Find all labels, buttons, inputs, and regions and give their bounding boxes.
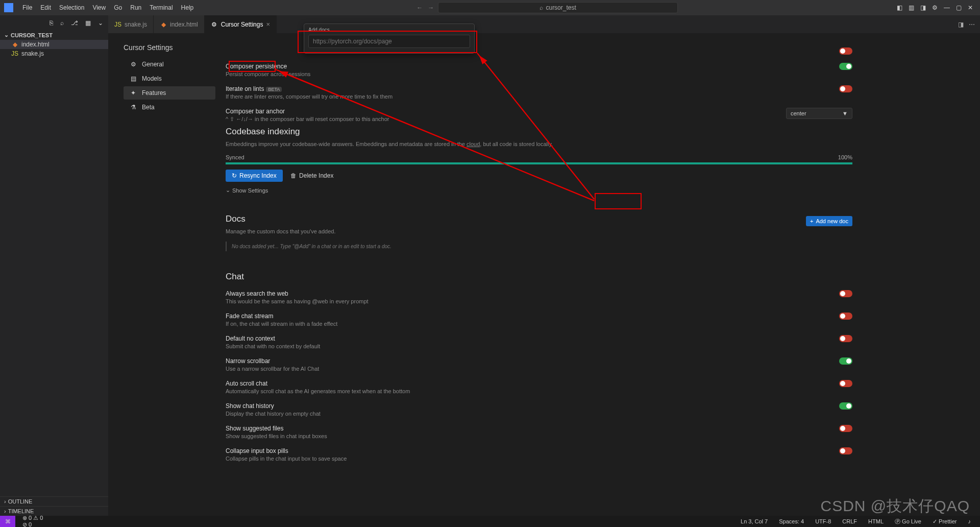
setting-label: Fade chat stream bbox=[226, 313, 337, 320]
nav-label: Models bbox=[142, 75, 162, 82]
setting-row: Iterate on lintsBETAIf there are linter … bbox=[226, 81, 852, 104]
setting-desc: Show suggested files in chat input boxes bbox=[226, 433, 327, 439]
setting-row: Collapse input box pillsCollapse pills i… bbox=[226, 443, 852, 466]
layout-panel-icon[interactable]: ▥ bbox=[909, 4, 914, 11]
status-item[interactable]: Ⓟ Go Live bbox=[893, 518, 923, 525]
close-icon[interactable]: × bbox=[266, 20, 270, 28]
setting-desc: If there are linter errors, composer wil… bbox=[226, 93, 393, 100]
layout-secondary-icon[interactable]: ◨ bbox=[920, 4, 926, 11]
status-item[interactable]: ✓ Prettier bbox=[930, 518, 959, 525]
branch-icon[interactable]: ⎇ bbox=[71, 19, 78, 27]
toggle[interactable] bbox=[839, 290, 852, 297]
menu-view[interactable]: View bbox=[88, 2, 110, 13]
status-item[interactable]: UTF-8 bbox=[813, 518, 833, 525]
setting-row: Default no contextSubmit chat with no co… bbox=[226, 331, 852, 353]
status-item[interactable]: Spaces: 4 bbox=[777, 518, 806, 525]
tab-label: snake.js bbox=[125, 21, 147, 28]
status-right: Ln 3, Col 7Spaces: 4UTF-8CRLFHTMLⓅ Go Li… bbox=[739, 518, 980, 525]
docs-hint: No docs added yet... Type "@Add" in a ch… bbox=[226, 242, 852, 251]
resync-button[interactable]: ↻ Resync Index bbox=[226, 170, 283, 182]
menu-edit[interactable]: Edit bbox=[36, 2, 55, 13]
menu-terminal[interactable]: Terminal bbox=[145, 2, 177, 13]
menu-help[interactable]: Help bbox=[177, 2, 198, 13]
toggle[interactable] bbox=[839, 357, 852, 365]
toggle[interactable] bbox=[839, 47, 852, 55]
file-icon: JS bbox=[114, 21, 121, 28]
show-settings-toggle[interactable]: ⌄Show Settings bbox=[226, 187, 852, 194]
chevron-down-icon[interactable]: ⌄ bbox=[98, 19, 103, 27]
dropdown[interactable]: center▼ bbox=[786, 108, 852, 119]
file-icon: JS bbox=[11, 50, 18, 57]
nav-features[interactable]: ✦Features bbox=[124, 86, 215, 100]
tab[interactable]: ◆index.html bbox=[154, 15, 205, 33]
split-icon[interactable]: ◨ bbox=[958, 21, 964, 28]
settings-title: Cursor Settings bbox=[124, 43, 215, 58]
add-doc-button[interactable]: + Add new doc bbox=[806, 216, 852, 226]
menu-run[interactable]: Run bbox=[126, 2, 145, 13]
menu-go[interactable]: Go bbox=[110, 2, 126, 13]
setting-desc: Submit chat with no context by default bbox=[226, 343, 320, 349]
close-icon[interactable]: ✕ bbox=[968, 4, 973, 11]
folder-header[interactable]: ⌄ CURSOR_TEST bbox=[0, 30, 108, 40]
section-subtitle: Embeddings improve your codebase-wide an… bbox=[226, 141, 852, 147]
tab[interactable]: JSsnake.js bbox=[108, 15, 154, 33]
outline-label: OUTLINE bbox=[8, 498, 33, 505]
toggle[interactable] bbox=[839, 402, 852, 410]
command-center[interactable]: ⌕ cursor_test bbox=[438, 2, 678, 13]
file-item[interactable]: JSsnake.js bbox=[0, 49, 108, 58]
toggle[interactable] bbox=[839, 63, 852, 70]
more-icon[interactable]: ⋯ bbox=[969, 21, 975, 28]
menu-selection[interactable]: Selection bbox=[55, 2, 88, 13]
setting-row: Always search the webThis would be the s… bbox=[226, 286, 852, 308]
status-item[interactable]: ⊘ 0 bbox=[20, 521, 45, 527]
setting-desc: ^ ⇧ ←/↓/→ in the composer bar will reset… bbox=[226, 116, 389, 123]
section-title: Chat bbox=[226, 272, 852, 282]
status-item[interactable]: HTML bbox=[866, 518, 886, 525]
status-left: ⌘ ⊗ 0 ⚠ 0⊘ 0 bbox=[0, 515, 45, 527]
folder-name: CURSOR_TEST bbox=[11, 32, 53, 38]
nav-back-icon[interactable]: ← bbox=[416, 4, 423, 11]
layout-primary-icon[interactable]: ◧ bbox=[897, 4, 902, 11]
delete-index-button[interactable]: 🗑 Delete Index bbox=[284, 170, 339, 182]
setting-label: Composer persistence bbox=[226, 63, 310, 70]
setting-label: Auto scroll chat bbox=[226, 380, 410, 387]
status-item[interactable]: CRLF bbox=[840, 518, 859, 525]
status-item[interactable]: ⊗ 0 ⚠ 0 bbox=[20, 515, 45, 521]
toggle[interactable] bbox=[839, 380, 852, 387]
maximize-icon[interactable]: ▢ bbox=[956, 4, 962, 11]
section-title: Docs bbox=[226, 214, 246, 224]
explorer-icon[interactable]: ⎘ bbox=[50, 19, 53, 27]
toggle[interactable] bbox=[839, 425, 852, 432]
search-sidebar-icon[interactable]: ⌕ bbox=[60, 19, 64, 27]
explorer-toolbar: ⎘ ⌕ ⎇ ▦ ⌄ bbox=[0, 15, 108, 30]
status-item[interactable]: ♪ bbox=[966, 518, 973, 525]
toggle[interactable] bbox=[839, 313, 852, 320]
toggle[interactable] bbox=[839, 447, 852, 454]
docs-url-input[interactable] bbox=[308, 35, 470, 48]
tab[interactable]: ⚙Cursor Settings× bbox=[205, 15, 277, 33]
file-item[interactable]: ◆index.html bbox=[0, 40, 108, 49]
setting-desc: Collapse pills in the chat input box to … bbox=[226, 456, 347, 462]
toggle[interactable] bbox=[839, 335, 852, 342]
minimize-icon[interactable]: — bbox=[944, 4, 950, 11]
status-item[interactable]: Ln 3, Col 7 bbox=[739, 518, 770, 525]
file-name: snake.js bbox=[21, 50, 44, 57]
setting-desc: Use a narrow scrollbar for the AI Chat bbox=[226, 366, 319, 372]
file-icon: ◆ bbox=[160, 21, 167, 28]
toggle[interactable] bbox=[839, 85, 852, 92]
ext-icon[interactable]: ▦ bbox=[85, 19, 91, 27]
nav-general[interactable]: ⚙General bbox=[124, 58, 215, 71]
settings-icon[interactable]: ⚙ bbox=[932, 4, 938, 11]
nav-models[interactable]: ▤Models bbox=[124, 72, 215, 85]
add-docs-popup: Add docs bbox=[304, 23, 475, 54]
outline-section[interactable]: ›OUTLINE bbox=[0, 496, 108, 506]
nav-forward-icon[interactable]: → bbox=[428, 4, 434, 11]
nav-beta[interactable]: ⚗Beta bbox=[124, 101, 215, 114]
settings-content[interactable]: Composer persistencePersist composer acr… bbox=[215, 33, 980, 516]
setting-row: Auto scroll chatAutomatically scroll cha… bbox=[226, 376, 852, 398]
text: , but all code is stored locally. bbox=[480, 141, 553, 147]
menu-file[interactable]: File bbox=[18, 2, 36, 13]
nav-label: General bbox=[142, 61, 164, 68]
remote-button[interactable]: ⌘ bbox=[0, 516, 15, 527]
cloud-link[interactable]: cloud bbox=[467, 141, 480, 147]
